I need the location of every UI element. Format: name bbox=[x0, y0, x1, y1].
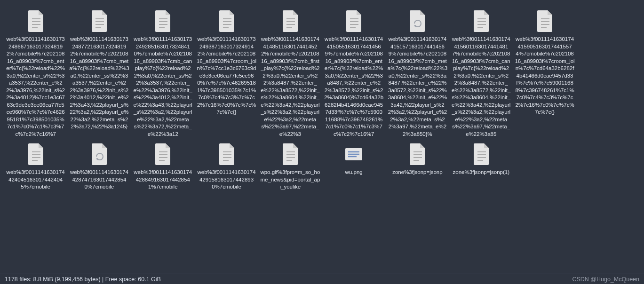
file-item[interactable]: web%3f00111416301744287471630174428540%7… bbox=[67, 140, 131, 193]
file-item[interactable]: web%3f00111416301732493871630173249142%7… bbox=[195, 7, 258, 140]
text-file-icon bbox=[151, 8, 174, 33]
file-item[interactable]: web%3f00111416301732492851630173248410%7… bbox=[131, 7, 195, 140]
file-name-label: web%3f00111416301744291581630174428930%7… bbox=[196, 169, 257, 191]
file-item[interactable]: web%3f00111416301744150551630174414569%7… bbox=[322, 7, 386, 140]
status-left: 1178 files: 8.8 MiB (9,199,456 bytes) | … bbox=[5, 276, 161, 283]
file-name-label: web%3f00111416301744148511630174414522%7… bbox=[259, 36, 321, 138]
file-name-label: web%3f00111416301732492851630173248410%7… bbox=[132, 36, 194, 138]
status-bar: 1178 files: 8.8 MiB (9,199,456 bytes) | … bbox=[0, 274, 644, 284]
file-item[interactable]: web%3f00111416301744288491630174428541%7… bbox=[131, 140, 195, 193]
file-name-label: web%3f00111416301744288491630174428541%7… bbox=[132, 169, 194, 191]
file-name-label: zone%3fjsonp=jsonp bbox=[391, 169, 443, 176]
file-item[interactable]: web%3f00111416301744151571630174414569%7… bbox=[386, 7, 449, 140]
file-item[interactable]: web%3f00111416301744156011630174414817%7… bbox=[449, 7, 513, 140]
file-item[interactable]: web%3f00111416301744148511630174414522%7… bbox=[258, 7, 322, 140]
file-item[interactable]: web%3f00111416301732487721630173248192%7… bbox=[67, 7, 131, 140]
text-file-icon bbox=[406, 142, 429, 166]
file-item[interactable]: web%3f00111416301732486671630173248192%7… bbox=[4, 7, 67, 140]
file-item[interactable]: web%3f00111416301744240451630174424045%7… bbox=[4, 140, 67, 193]
file-item[interactable]: wu.png bbox=[322, 140, 386, 193]
recycle-file-icon bbox=[406, 8, 429, 33]
file-item[interactable]: zone%3fjsonp=jsonp bbox=[386, 140, 449, 193]
file-item[interactable]: web%3f00111416301744159051630174415574%7… bbox=[513, 7, 576, 140]
text-file-icon bbox=[24, 8, 47, 33]
file-name-label: zone%3fjsonp=jsonp(1) bbox=[452, 169, 510, 176]
recycle-file-icon bbox=[88, 142, 111, 166]
text-file-icon bbox=[342, 8, 365, 33]
file-name-label: web%3f00111416301744150551630174414569%7… bbox=[323, 36, 385, 138]
file-item[interactable]: zone%3fjsonp=jsonp(1) bbox=[449, 140, 513, 193]
file-name-label: web%3f00111416301744287471630174428540%7… bbox=[68, 169, 130, 191]
file-name-label: web%3f00111416301732486671630173248192%7… bbox=[5, 36, 66, 138]
image-file-icon bbox=[342, 142, 365, 166]
file-item[interactable]: wpo.gif%3fpro=m_so_home_news&pid=portal_… bbox=[258, 140, 322, 193]
text-file-icon bbox=[151, 142, 174, 166]
text-file-icon bbox=[470, 8, 493, 33]
file-name-label: web%3f00111416301732487721630173248192%7… bbox=[68, 36, 130, 131]
text-file-icon bbox=[88, 8, 111, 33]
watermark: CSDN @Hugo_McQueen bbox=[572, 276, 639, 283]
file-name-label: web%3f00111416301744156011630174414817%7… bbox=[450, 36, 512, 138]
file-name-label: web%3f00111416301744240451630174424045%7… bbox=[5, 169, 66, 191]
text-file-icon bbox=[215, 142, 238, 166]
text-file-icon bbox=[279, 142, 302, 166]
text-file-icon bbox=[215, 8, 238, 33]
text-file-icon bbox=[470, 142, 493, 166]
file-grid: web%3f00111416301732486671630173248192%7… bbox=[0, 0, 644, 193]
file-name-label: web%3f00111416301744151571630174414569%7… bbox=[387, 36, 448, 138]
file-name-label: web%3f00111416301732493871630173249142%7… bbox=[196, 36, 257, 116]
file-item[interactable]: web%3f00111416301744291581630174428930%7… bbox=[195, 140, 258, 193]
text-file-icon bbox=[533, 8, 556, 33]
file-name-label: web%3f00111416301744159051630174415574%7… bbox=[514, 36, 575, 116]
file-name-label: wu.png bbox=[344, 169, 364, 176]
file-name-label: wpo.gif%3fpro=m_so_home_news&pid=portal_… bbox=[259, 169, 321, 191]
text-file-icon bbox=[279, 8, 302, 33]
text-file-icon bbox=[24, 142, 47, 166]
